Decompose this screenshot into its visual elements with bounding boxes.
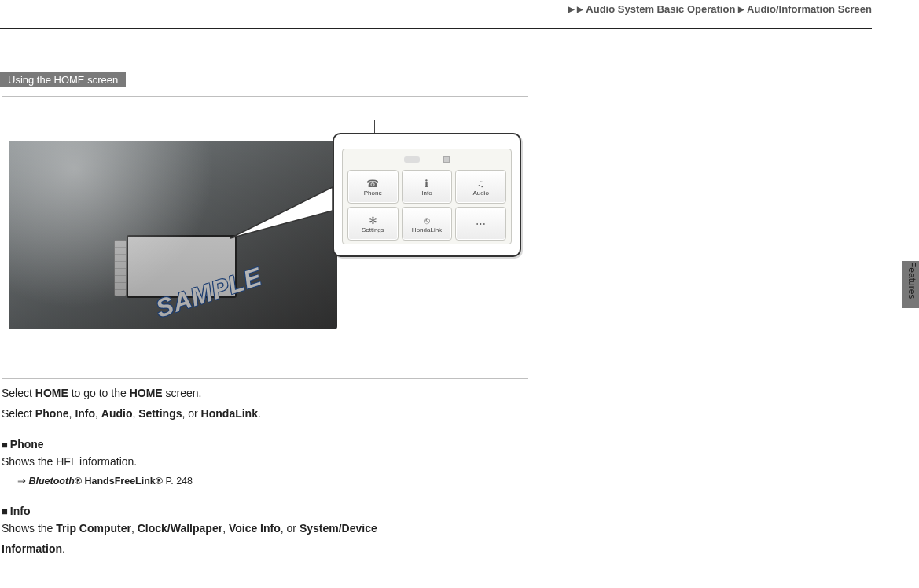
text: Shows the xyxy=(2,522,56,535)
phone-icon: ☎ xyxy=(366,177,380,189)
home-tile-grid: ☎ Phone ℹ Info ♫ Audio ✻ Settings ⎋ Ho xyxy=(346,167,508,241)
tile-hondalink: ⎋ HondaLink xyxy=(402,207,453,241)
text: screen. xyxy=(163,387,202,399)
voice-info-term: Voice Info xyxy=(229,522,281,535)
link-icon: ⎋ xyxy=(420,214,434,226)
body-text: Select HOME to go to the HOME screen. Se… xyxy=(2,385,646,560)
hondalink-term: HondaLink xyxy=(201,407,258,420)
info-term: Info xyxy=(75,407,95,420)
text: , xyxy=(131,522,138,535)
tile-settings: ✻ Settings xyxy=(347,207,399,241)
trip-computer-term: Trip Computer xyxy=(56,522,131,535)
sample-watermark: SAMPLE xyxy=(153,262,266,323)
page-ref: P. 248 xyxy=(163,476,193,487)
instruction-line-1: Select HOME to go to the HOME screen. xyxy=(2,385,646,402)
text: , or xyxy=(182,407,200,420)
triangle-icon: ▶ xyxy=(738,5,744,13)
info-description-line-1: Shows the Trip Computer, Clock/Wallpaper… xyxy=(2,520,646,538)
text: Select xyxy=(2,387,35,399)
handsfreelink-term: HandsFreeLink® xyxy=(82,476,163,487)
text: , or xyxy=(281,522,300,535)
phone-term: Phone xyxy=(35,407,69,420)
svg-marker-0 xyxy=(230,187,333,238)
tile-label: Phone xyxy=(364,189,382,197)
section-title-tab: Using the HOME screen xyxy=(0,72,126,87)
settings-term: Settings xyxy=(138,407,182,420)
section-title-text: Using the HOME screen xyxy=(8,74,118,86)
system-device-term: System/Device xyxy=(300,522,377,535)
gear-icon: ✻ xyxy=(366,214,380,226)
information-term: Information xyxy=(2,542,62,555)
info-description-line-2: Information. xyxy=(2,541,646,558)
text: . xyxy=(258,407,261,420)
arrow-icon xyxy=(17,476,28,487)
instruction-line-2: Select Phone, Info, Audio, Settings, or … xyxy=(2,406,646,423)
figure-container: SAMPLE ☎ Phone ℹ Info ♫ xyxy=(2,96,528,379)
status-indicator xyxy=(443,156,450,163)
placeholder-icon: ⋯ xyxy=(474,218,488,230)
tile-label: Audio xyxy=(472,189,488,197)
tile-label: HondaLink xyxy=(412,226,442,233)
status-indicator xyxy=(404,156,420,163)
tile-label: Info xyxy=(421,189,432,197)
tile-audio: ♫ Audio xyxy=(455,170,506,204)
phone-description: Shows the HFL information. xyxy=(2,454,646,471)
audio-term: Audio xyxy=(101,407,133,420)
text: to go to the xyxy=(68,387,130,399)
tile-info: ℹ Info xyxy=(402,170,453,204)
head-unit-screen xyxy=(127,235,237,298)
subheading-phone: Phone xyxy=(2,436,646,454)
clock-wallpaper-term: Clock/Wallpaper xyxy=(138,522,222,535)
tile-phone: ☎ Phone xyxy=(347,170,399,204)
breadcrumb-section-1: Audio System Basic Operation xyxy=(586,3,735,15)
side-section-label: Features xyxy=(902,261,917,299)
callout-leader-line xyxy=(230,187,333,188)
breadcrumb: ▶ ▶ Audio System Basic Operation ▶ Audio… xyxy=(568,3,872,15)
triangle-icon: ▶ xyxy=(577,5,583,13)
bluetooth-term: Bluetooth® xyxy=(28,476,82,487)
phone-crossref: Bluetooth® HandsFreeLink® P. 248 xyxy=(2,474,646,489)
text: , xyxy=(222,522,229,535)
text: , xyxy=(95,407,101,420)
breadcrumb-section-2: Audio/Information Screen xyxy=(747,3,872,15)
text: Select xyxy=(2,407,35,420)
horizontal-rule xyxy=(0,28,872,29)
subheading-info: Info xyxy=(2,503,646,520)
tile-label: Settings xyxy=(362,226,384,233)
callout-inner: ☎ Phone ℹ Info ♫ Audio ✻ Settings ⎋ Ho xyxy=(342,149,512,244)
triangle-icon: ▶ xyxy=(568,5,575,13)
info-icon: ℹ xyxy=(420,177,434,189)
tile-empty: ⋯ xyxy=(455,207,506,241)
text: . xyxy=(62,542,65,555)
home-term: HOME xyxy=(130,387,163,399)
home-screen-callout: ☎ Phone ℹ Info ♫ Audio ✻ Settings ⎋ Ho xyxy=(333,133,521,257)
music-note-icon: ♫ xyxy=(474,177,488,189)
status-bar xyxy=(346,153,508,167)
home-term: HOME xyxy=(35,387,68,399)
